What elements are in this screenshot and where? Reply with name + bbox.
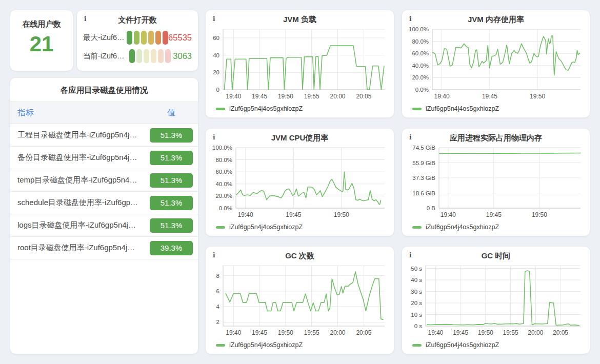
- svg-text:19:45: 19:45: [482, 93, 497, 100]
- info-icon[interactable]: i: [213, 252, 215, 259]
- chart-legend[interactable]: iZuf6gp5n4j4os5gxhiozpZ: [412, 339, 584, 351]
- gauge-value: 3063: [171, 51, 192, 61]
- svg-text:100.0%: 100.0%: [212, 145, 232, 151]
- svg-text:19:40: 19:40: [226, 329, 241, 336]
- metric-label: schedule目录磁盘使用率-iZuf6gp…: [10, 198, 150, 208]
- svg-text:20:00: 20:00: [330, 329, 345, 336]
- chart-legend[interactable]: iZuf6gp5n4j4os5gxhiozpZ: [216, 221, 388, 233]
- chart-title: JVM 负载: [212, 15, 388, 25]
- svg-text:10 s: 10 s: [411, 312, 422, 318]
- svg-text:19:45: 19:45: [486, 211, 502, 218]
- disk-usage-table-card: 各应用目录磁盘使用情况 指标 值 工程目录磁盘使用率-iZuf6gp5n4j…5…: [10, 78, 198, 354]
- svg-text:19:40: 19:40: [434, 93, 450, 100]
- svg-text:19:45: 19:45: [286, 211, 301, 218]
- svg-text:19:50: 19:50: [478, 329, 493, 336]
- gauge-cell: [127, 31, 132, 45]
- gauge-cell: [141, 31, 147, 45]
- value-badge: 51.3%: [150, 128, 193, 143]
- svg-text:40.0%: 40.0%: [215, 181, 232, 187]
- svg-text:19:45: 19:45: [252, 93, 267, 100]
- gauge-label: 最大-iZuf6…: [83, 33, 127, 43]
- chart-legend[interactable]: iZuf6gp5n4j4os5gxhiozpZ: [216, 339, 388, 351]
- table-row: temp目录磁盘使用率-iZuf6gp5n4…51.3%: [10, 169, 198, 192]
- chart-canvas[interactable]: 0.0%20.0%40.0%60.0%80.0%100.0%19:4019:45…: [408, 26, 584, 103]
- info-icon[interactable]: i: [409, 15, 412, 23]
- svg-text:60: 60: [213, 35, 219, 41]
- gauge-cell: [136, 49, 142, 63]
- online-users-title: 在线用户数: [10, 19, 73, 29]
- legend-line-swatch: [412, 108, 422, 110]
- chart-legend[interactable]: iZuf6gp5n4j4os5gxhiozpZ: [216, 103, 388, 114]
- svg-text:19:40: 19:40: [238, 211, 253, 218]
- chart-title: JVM 内存使用率: [408, 15, 584, 25]
- legend-line-swatch: [216, 226, 225, 229]
- svg-text:20 s: 20 s: [411, 300, 422, 306]
- chart-canvas[interactable]: 020406019:4019:4519:5019:5520:0020:05: [212, 26, 388, 103]
- svg-text:80.0%: 80.0%: [412, 38, 429, 45]
- panel-process-memory: i 应用进程实际占用物理内存 0 B18.6 GiB37.3 GiB55.9 G…: [402, 129, 590, 236]
- svg-text:50 s: 50 s: [411, 266, 422, 272]
- svg-text:19:45: 19:45: [252, 329, 267, 336]
- svg-text:19:55: 19:55: [304, 329, 319, 336]
- svg-text:4: 4: [216, 304, 220, 310]
- info-icon[interactable]: i: [213, 15, 215, 23]
- info-icon[interactable]: i: [84, 15, 87, 23]
- online-users-value: 21: [10, 33, 73, 55]
- chart-legend[interactable]: iZuf6gp5n4j4os5gxhiozpZ: [412, 221, 584, 233]
- chart-canvas[interactable]: 0.0%20.0%40.0%60.0%80.0%100.0%19:4019:45…: [212, 145, 388, 221]
- chart-canvas[interactable]: 246819:4019:4519:5019:5520:0020:05: [212, 262, 388, 339]
- gauge-cells: [127, 31, 168, 45]
- column-header-metric[interactable]: 指标: [10, 108, 150, 118]
- chart-plot-area[interactable]: 020406019:4019:4519:5019:5520:0020:05: [212, 26, 388, 103]
- chart-plot-area[interactable]: 0 s10 s20 s30 s40 s50 s19:4019:4519:5019…: [408, 262, 584, 339]
- chart-title: JVM CPU使用率: [212, 133, 388, 143]
- panel-gc-count: i GC 次数 246819:4019:4519:5019:5520:0020:…: [206, 247, 394, 354]
- chart-canvas[interactable]: 0 B18.6 GiB37.3 GiB55.9 GiB74.5 GiB19:40…: [408, 145, 584, 221]
- open-files-gauges: 最大-iZuf6…65535当前-iZuf6…3063: [83, 28, 192, 65]
- table-row: schedule目录磁盘使用率-iZuf6gp…51.3%: [10, 192, 198, 214]
- legend-line-swatch: [412, 344, 422, 347]
- chart-plot-area[interactable]: 0 B18.6 GiB37.3 GiB55.9 GiB74.5 GiB19:40…: [408, 145, 584, 221]
- svg-text:80.0%: 80.0%: [215, 157, 232, 163]
- chart-legend[interactable]: iZuf6gp5n4j4os5gxhiozpZ: [412, 103, 584, 114]
- gauge-cell: [155, 31, 161, 45]
- disk-table-title: 各应用目录磁盘使用情况: [10, 78, 198, 102]
- chart-plot-area[interactable]: 246819:4019:4519:5019:5520:0020:05: [212, 262, 388, 339]
- svg-text:0 B: 0 B: [427, 205, 436, 211]
- table-row: root目录磁盘使用率-iZuf6gp5n4j…39.3%: [10, 237, 198, 259]
- chart-plot-area[interactable]: 0.0%20.0%40.0%60.0%80.0%100.0%19:4019:45…: [212, 145, 388, 221]
- svg-text:30 s: 30 s: [411, 289, 422, 295]
- svg-text:19:50: 19:50: [278, 93, 293, 100]
- chart-canvas[interactable]: 0 s10 s20 s30 s40 s50 s19:4019:4519:5019…: [408, 262, 584, 339]
- gauge-label: 当前-iZuf6…: [83, 51, 129, 61]
- svg-text:60.0%: 60.0%: [215, 169, 232, 175]
- svg-text:0.0%: 0.0%: [415, 87, 429, 93]
- svg-text:19:40: 19:40: [226, 93, 241, 100]
- legend-line-swatch: [216, 108, 225, 110]
- info-icon[interactable]: i: [409, 134, 412, 141]
- svg-text:8: 8: [216, 273, 219, 279]
- svg-text:20.0%: 20.0%: [215, 193, 232, 199]
- svg-text:19:45: 19:45: [453, 329, 468, 336]
- chart-title: 应用进程实际占用物理内存: [408, 133, 584, 143]
- svg-text:19:55: 19:55: [304, 93, 319, 100]
- gauge-value: 65535: [168, 33, 192, 43]
- panel-jvm-memory: i JVM 内存使用率 0.0%20.0%40.0%60.0%80.0%100.…: [402, 10, 590, 117]
- svg-text:20:05: 20:05: [356, 329, 371, 336]
- legend-line-swatch: [216, 344, 225, 347]
- column-header-value[interactable]: 值: [150, 108, 193, 118]
- svg-text:74.5 GiB: 74.5 GiB: [412, 145, 435, 151]
- svg-text:0.0%: 0.0%: [219, 205, 232, 211]
- legend-series-label: iZuf6gp5n4j4os5gxhiozpZ: [426, 224, 499, 231]
- svg-text:19:40: 19:40: [428, 329, 443, 336]
- panel-jvm-load: i JVM 负载 020406019:4019:4519:5019:5520:0…: [206, 10, 394, 117]
- svg-text:2: 2: [216, 319, 219, 325]
- svg-text:6: 6: [216, 288, 219, 294]
- info-icon[interactable]: i: [409, 252, 412, 259]
- svg-text:19:50: 19:50: [278, 329, 293, 336]
- svg-text:40.0%: 40.0%: [412, 63, 429, 69]
- info-icon[interactable]: i: [213, 134, 215, 141]
- gauge-cell: [158, 49, 164, 63]
- metric-label: logs目录磁盘使用率-iZuf6gp5n4j…: [10, 220, 150, 230]
- chart-plot-area[interactable]: 0.0%20.0%40.0%60.0%80.0%100.0%19:4019:45…: [408, 26, 584, 103]
